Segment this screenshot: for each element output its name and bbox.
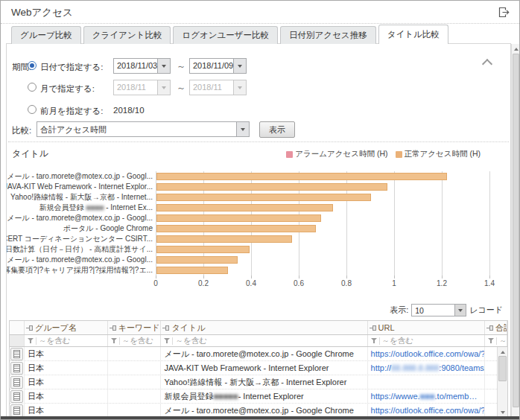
url-link[interactable]: https://wwwe.■■■.to/memb…: [368, 389, 486, 403]
url-link[interactable]: [368, 375, 486, 389]
group-cell: 日本: [25, 375, 108, 389]
funnel-icon[interactable]: [163, 337, 171, 345]
scroll-up-icon[interactable]: [498, 347, 507, 355]
chevron-down-icon[interactable]: [157, 59, 170, 73]
tilde: ～: [177, 82, 186, 95]
row-icon-cell: [10, 389, 25, 403]
grid-header-row: グループ名キーワードタイトルURL合計: [10, 321, 507, 335]
grid-scrollbar[interactable]: [497, 347, 507, 418]
bar-normal-access: [156, 235, 292, 243]
grid-scrollbar-thumb[interactable]: [498, 356, 507, 381]
tab-logon-user[interactable]: ログオンユーザー比較: [173, 26, 278, 44]
url-link[interactable]: https://outlook.office.com/owa/?…: [368, 347, 486, 360]
chart-xaxis: 00.20.40.60.811.21.4: [156, 279, 490, 288]
pin-icon[interactable]: [162, 325, 169, 331]
chevron-down-icon[interactable]: [454, 305, 466, 316]
document-icon[interactable]: [10, 376, 23, 389]
filter-cell-1[interactable]: ～を含む: [25, 335, 108, 346]
table-row[interactable]: 日本新規会員登録 ■■■■■ - Internet Explorerhttps:…: [10, 389, 507, 404]
compare-label: 比較:: [12, 125, 31, 136]
tab-client[interactable]: クライアント比較: [83, 26, 171, 44]
text: メール - taro.morete@motex.co.jp - Googl...: [7, 172, 153, 180]
export-icon[interactable]: [498, 6, 510, 19]
text: - Internet Ex...: [104, 203, 153, 211]
title-cell: メール - taro.morete@motex.co.jp - Google C…: [161, 347, 367, 360]
keyword-cell: [108, 375, 162, 389]
filter-placeholder: ～を含む: [175, 336, 207, 346]
prev-month-label: 前月を指定する:: [40, 106, 104, 117]
filter-cell-2[interactable]: ～を含む: [108, 335, 162, 346]
url-link[interactable]: http://88.888.8.888:9080/teams/: [368, 361, 486, 375]
filter-cell-5[interactable]: ～を含む: [485, 335, 507, 346]
chart-category-label: 募集要項?|?キャリア採用?|?採用情報?|?エ...: [6, 265, 153, 276]
text: - Internet Explorer: [238, 392, 304, 401]
document-icon[interactable]: [10, 362, 23, 375]
show-button[interactable]: 表示: [259, 121, 295, 138]
chart-category-label: メール - taro.morete@motex.co.jp - Googl...: [7, 255, 153, 265]
chart-category-label: ポータル - Google Chrome: [63, 223, 153, 234]
radio-prev-month[interactable]: [28, 105, 37, 114]
pin-icon[interactable]: [26, 325, 33, 331]
tick-mark: [346, 276, 347, 279]
table-row[interactable]: 日本Yahoo!路線情報 - 新大阪→京都 - Internet Explore…: [10, 375, 507, 389]
grid-header-4[interactable]: URL: [368, 321, 486, 334]
keyword-cell: [108, 404, 162, 417]
funnel-icon[interactable]: [110, 337, 118, 345]
funnel-icon[interactable]: [27, 337, 34, 345]
table-row[interactable]: 日本JAVA-KIT Web Framework - Internet Expl…: [10, 361, 507, 375]
x-tick-label: 1: [379, 279, 409, 287]
funnel-icon[interactable]: [487, 337, 495, 345]
chart-legend: アラームアクセス時間 (H) 正常アクセス時間 (H): [286, 149, 481, 159]
legend-item-alarm: アラームアクセス時間 (H): [286, 149, 387, 159]
text: 募集要項?|?キャリア採用?|?採用情報?|?エ...: [6, 266, 153, 274]
document-icon[interactable]: [10, 348, 23, 360]
text: 新規会員登録: [164, 391, 213, 402]
text: .to/memb…: [435, 392, 478, 401]
record-count-select[interactable]: 10: [411, 304, 466, 316]
month-from-select[interactable]: 2018/11: [113, 80, 171, 95]
page-scrollbar[interactable]: [511, 44, 520, 418]
radio-by-date[interactable]: [28, 61, 37, 70]
record-suffix: レコード: [469, 305, 503, 316]
pin-icon[interactable]: [486, 325, 493, 331]
grid-header-5[interactable]: 合計: [485, 321, 507, 334]
text: メール - taro.morete@motex.co.jp - Google C…: [164, 349, 353, 360]
scroll-up-icon[interactable]: [512, 44, 520, 52]
grid-header-1[interactable]: グループ名: [25, 321, 108, 334]
pin-icon[interactable]: [370, 325, 376, 331]
tab-daily-access[interactable]: 日付別アクセス推移: [280, 26, 376, 44]
grid-header-2[interactable]: キーワード: [108, 321, 162, 334]
date-to-select[interactable]: 2018/11/09: [189, 58, 247, 74]
filter-cell-4[interactable]: ～を含む: [368, 335, 486, 346]
table-row[interactable]: 日本メール - taro.morete@motex.co.jp - Google…: [10, 347, 507, 361]
gridline: [394, 171, 395, 276]
text: メール - taro.morete@motex.co.jp - Googl...: [7, 214, 153, 222]
document-icon[interactable]: [10, 404, 23, 417]
legend-swatch-normal: [396, 151, 402, 158]
group-cell: 日本: [25, 347, 108, 360]
pin-icon[interactable]: [110, 325, 116, 331]
grid-header-3[interactable]: タイトル: [161, 321, 367, 334]
text: https://outlook.office.com/owa/?…: [371, 406, 486, 415]
chevron-down-icon[interactable]: [233, 59, 246, 73]
group-cell: 日本: [25, 361, 108, 375]
radio-by-month[interactable]: [28, 83, 37, 92]
url-link[interactable]: https://outlook.office.com/owa/?…: [368, 404, 486, 417]
column-label: タイトル: [171, 322, 205, 334]
month-to-select[interactable]: 2018/11: [189, 80, 247, 95]
compare-row: 比較: 合計アクセス時間 表示: [7, 121, 510, 138]
funnel-icon[interactable]: [370, 337, 378, 345]
content-panel: 期間: 日付で指定する: 2018/11/03 ～ 2018/11/09 月で指…: [6, 43, 511, 418]
filter-placeholder: ～を含む: [382, 336, 414, 346]
filter-cell-3[interactable]: ～を含む: [161, 335, 367, 346]
page-scrollbar-thumb[interactable]: [513, 54, 519, 407]
chevron-down-icon[interactable]: [236, 122, 249, 136]
tick-mark: [251, 276, 252, 279]
tab-group[interactable]: グループ比較: [11, 26, 81, 44]
tilde: ～: [177, 60, 186, 73]
tab-title-compare[interactable]: タイトル比較: [378, 25, 448, 44]
document-icon[interactable]: [10, 390, 23, 403]
date-from-select[interactable]: 2018/11/03: [113, 58, 171, 74]
prev-month-value: 2018/10: [113, 106, 145, 115]
compare-select[interactable]: 合計アクセス時間: [37, 121, 250, 137]
